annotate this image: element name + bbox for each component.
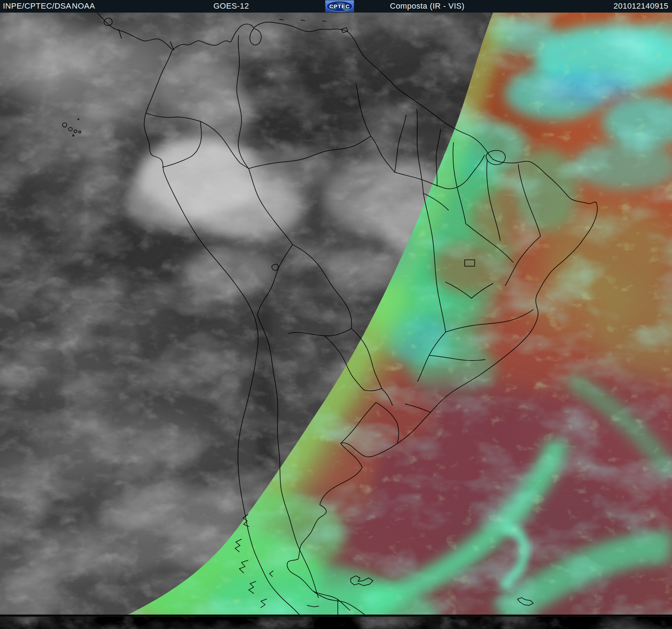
timestamp-label: 201012140915: [613, 1, 668, 11]
product-label: Composta (IR - VIS): [390, 1, 465, 11]
noaa-label: NOAA: [72, 1, 95, 11]
cptec-logo: CPTEC: [325, 0, 354, 12]
image-bottom-edge: [0, 615, 672, 617]
satellite-scene: [0, 13, 672, 629]
header-bar: INPE/CPTEC/DSA NOAA GOES-12 CPTEC Compos…: [0, 0, 672, 13]
agency-label: INPE/CPTEC/DSA: [3, 1, 71, 11]
satellite-viewer: INPE/CPTEC/DSA NOAA GOES-12 CPTEC Compos…: [0, 0, 672, 629]
logo-text: CPTEC: [329, 3, 350, 9]
satellite-image: [0, 13, 672, 629]
satellite-label: GOES-12: [213, 1, 249, 11]
